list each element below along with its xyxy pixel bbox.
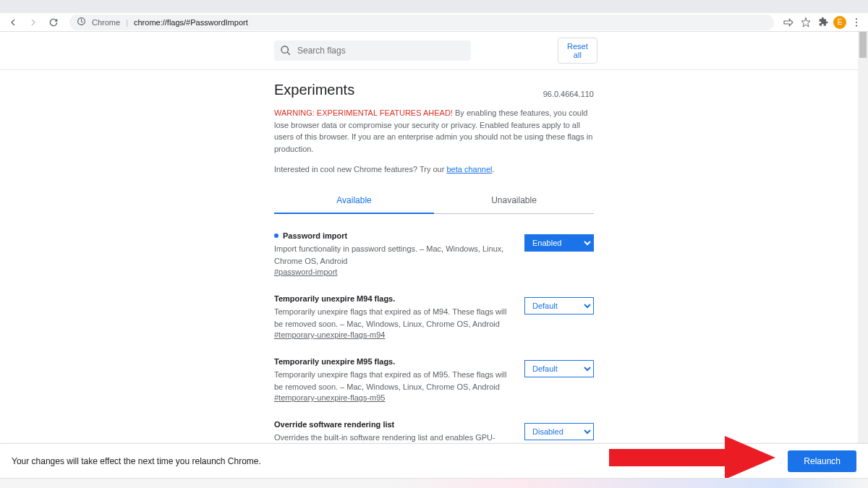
- menu-icon[interactable]: [849, 15, 864, 30]
- profile-avatar[interactable]: E: [833, 16, 846, 29]
- flag-title: Override software rendering list: [274, 420, 513, 429]
- extensions-icon[interactable]: [816, 15, 830, 30]
- svg-marker-5: [725, 436, 775, 479]
- annotation-arrow-icon: [609, 436, 775, 479]
- flag-title: Temporarily unexpire M94 flags.: [274, 294, 513, 303]
- flag-hash-link[interactable]: #temporary-unexpire-flags-m94: [274, 330, 385, 339]
- flag-description: Temporarily unexpire flags that expired …: [274, 306, 513, 330]
- beta-channel-link[interactable]: beta channel: [446, 165, 492, 174]
- vertical-scrollbar[interactable]: [858, 32, 868, 443]
- flag-item: Temporarily unexpire M94 flags.Temporari…: [274, 294, 594, 340]
- highlight-dot-icon: [274, 234, 278, 238]
- page-title: Experiments: [274, 82, 354, 98]
- reset-all-button[interactable]: Reset all: [558, 38, 597, 64]
- scrollbar-thumb[interactable]: [859, 32, 867, 58]
- flag-item: Password importImport functionality in p…: [274, 231, 594, 277]
- svg-point-2: [856, 21, 857, 22]
- flag-hash-link[interactable]: #password-import: [274, 267, 337, 276]
- bookmark-icon[interactable]: [799, 15, 813, 30]
- tab-strip: [0, 0, 868, 13]
- relaunch-message: Your changes will take effect the next t…: [12, 456, 261, 466]
- flags-list: Password importImport functionality in p…: [274, 231, 594, 443]
- flag-description: Temporarily unexpire flags that expired …: [274, 369, 513, 393]
- tab-unavailable[interactable]: Unavailable: [434, 188, 594, 214]
- svg-point-3: [856, 25, 857, 26]
- svg-point-1: [856, 18, 857, 20]
- url-text: chrome://flags/#PasswordImport: [134, 18, 248, 27]
- warning-text: WARNING: EXPERIMENTAL FEATURES AHEAD! By…: [274, 107, 594, 155]
- share-icon[interactable]: [781, 15, 796, 30]
- relaunch-button[interactable]: Relaunch: [788, 450, 856, 472]
- flag-description: Import functionality in password setting…: [274, 243, 513, 267]
- flag-item: Override software rendering listOverride…: [274, 420, 594, 443]
- forward-button[interactable]: [25, 14, 42, 31]
- version-label: 96.0.4664.110: [543, 90, 594, 98]
- url-scheme: Chrome: [92, 18, 120, 27]
- flag-title: Password import: [274, 231, 513, 240]
- flag-dropdown[interactable]: Enabled: [524, 234, 594, 252]
- flag-title: Temporarily unexpire M95 flags.: [274, 357, 513, 366]
- flag-description: Overrides the built-in software renderin…: [274, 432, 513, 443]
- flag-item: Temporarily unexpire M95 flags.Temporari…: [274, 357, 594, 403]
- search-icon: [280, 45, 292, 56]
- tab-available[interactable]: Available: [274, 188, 434, 214]
- flag-dropdown[interactable]: Disabled: [524, 423, 594, 440]
- address-bar[interactable]: Chrome | chrome://flags/#PasswordImport: [69, 14, 774, 30]
- site-info-icon[interactable]: [77, 17, 86, 27]
- beta-line: Interested in cool new Chrome features? …: [274, 165, 594, 174]
- search-wrapper: [274, 40, 471, 61]
- svg-rect-4: [609, 449, 725, 466]
- reload-button[interactable]: [45, 14, 62, 31]
- flag-dropdown[interactable]: Default: [524, 360, 594, 377]
- tabs: Available Unavailable: [274, 188, 594, 214]
- page-content: Reset all Experiments 96.0.4664.110 WARN…: [0, 32, 868, 443]
- flag-hash-link[interactable]: #temporary-unexpire-flags-m95: [274, 393, 385, 402]
- browser-toolbar: Chrome | chrome://flags/#PasswordImport …: [0, 13, 868, 32]
- window-bottom-edge: [0, 478, 868, 488]
- flag-dropdown[interactable]: Default: [524, 297, 594, 314]
- search-input[interactable]: [274, 40, 471, 61]
- back-button[interactable]: [4, 14, 22, 31]
